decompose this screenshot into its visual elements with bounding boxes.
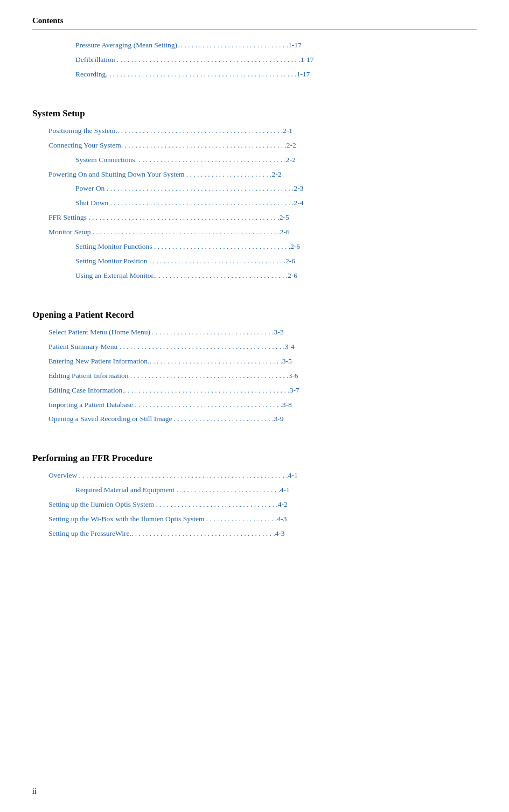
section-0-entry-4-sub-1: Setting Monitor Position . . . . . . . .… <box>32 256 477 267</box>
section-0-entry-4-sub-2: Using an External Monitor.. . . . . . . … <box>32 270 477 282</box>
intro-entry-1: Defibrillation . . . . . . . . . . . . .… <box>75 54 477 66</box>
section-0-entry-1: Connecting Your System. . . . . . . . . … <box>32 140 477 166</box>
section-2-entry-2: Setting up the Wi-Box with the Ilumien O… <box>32 514 477 525</box>
section-0-entry-1-sub-0: System Connections. . . . . . . . . . . … <box>32 155 477 166</box>
section-0-entry-2-sub-1: Shut Down . . . . . . . . . . . . . . . … <box>32 198 477 209</box>
section-0-entry-3: FFR Settings . . . . . . . . . . . . . .… <box>32 212 477 223</box>
section-heading-1: Opening a Patient Record <box>32 310 477 320</box>
page-header: Contents <box>32 16 477 25</box>
section-1-entry-3: Editing Patient Information . . . . . . … <box>32 370 477 382</box>
section-1-entry-4: Editing Case Information.. . . . . . . .… <box>32 385 477 396</box>
section-2-entry-3: Setting up the PressureWire.. . . . . . … <box>32 528 477 540</box>
section-heading-2: Performing an FFR Procedure <box>32 453 477 464</box>
section-2-entry-0: Overview . . . . . . . . . . . . . . . .… <box>32 470 477 496</box>
section-1-entry-6: Opening a Saved Recording or Still Image… <box>32 414 477 425</box>
section-0-entry-4: Monitor Setup . . . . . . . . . . . . . … <box>32 227 477 282</box>
toc-sections: System SetupPositioning the System.. . .… <box>32 108 477 552</box>
page-footer: ii <box>32 787 37 796</box>
top-divider <box>32 30 477 30</box>
section-1-entry-1: Patient Summary Menu . . . . . . . . . .… <box>32 341 477 353</box>
section-2-entry-0-sub-0: Required Material and Equipment . . . . … <box>32 485 477 496</box>
section-heading-0: System Setup <box>32 108 477 119</box>
section-0-entry-4-sub-0: Setting Monitor Functions . . . . . . . … <box>32 241 477 253</box>
section-0-entry-0: Positioning the System.. . . . . . . . .… <box>32 125 477 137</box>
section-1-entry-5: Importing a Patient Database.. . . . . .… <box>32 400 477 411</box>
section-0-entry-2-sub-0: Power On . . . . . . . . . . . . . . . .… <box>32 183 477 194</box>
section-0-entry-2: Powering On and Shutting Down Your Syste… <box>32 169 477 209</box>
section-1-entry-0: Select Patient Menu (Home Menu) . . . . … <box>32 327 477 338</box>
intro-entry-0: Pressure Averaging (Mean Setting). . . .… <box>75 40 477 51</box>
section-2-entry-1: Setting up the Ilumien Optis System . . … <box>32 499 477 510</box>
intro-entry-2: Recording. . . . . . . . . . . . . . . .… <box>75 69 477 80</box>
intro-entries: Pressure Averaging (Mean Setting). . . .… <box>32 40 477 80</box>
section-1-entry-2: Entering New Patient Information.. . . .… <box>32 356 477 367</box>
